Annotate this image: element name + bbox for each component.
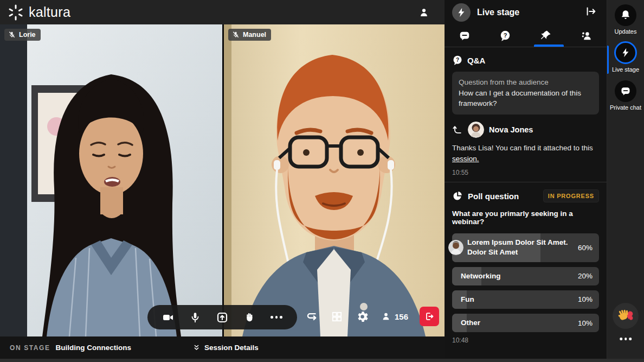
participants-count: 156: [395, 312, 408, 321]
grid-view-button[interactable]: [326, 306, 348, 327]
panel-header: Live stage: [445, 0, 607, 24]
bottom-bar: ON STAGE Building Connections Session De…: [0, 336, 445, 359]
poll-option[interactable]: Fun10%: [452, 290, 599, 309]
video-name-badge-manuel: Manuel: [228, 29, 271, 41]
rail-label: Live stage: [612, 66, 639, 73]
svg-text:?: ?: [504, 32, 507, 39]
microphone-button[interactable]: [184, 307, 206, 328]
poll-options: Lorem Ipsum Dolor Sit Amet. Dolor Sit Am…: [452, 233, 599, 332]
poll-option-label: Networking: [452, 267, 578, 285]
lightning-icon: [614, 41, 637, 64]
settings-gear-icon: [356, 310, 369, 323]
share-screen-icon: [216, 311, 229, 324]
tab-qa[interactable]: ?: [485, 24, 526, 47]
poll-option-label: Other: [452, 314, 578, 332]
leave-icon: [424, 311, 435, 322]
people-icon: [580, 29, 593, 42]
clap-reaction-button[interactable]: [613, 303, 639, 329]
svg-text:?: ?: [456, 57, 459, 63]
rail-item-private-chat[interactable]: Private chat: [607, 80, 644, 111]
reply-text: Thanks Lisa! You can find it attached to…: [452, 144, 593, 152]
pin-icon: [539, 29, 552, 42]
double-chevron-down-icon: [192, 344, 201, 352]
active-tab-indicator: [534, 45, 564, 47]
mic-muted-icon: [232, 31, 240, 39]
question-bubble-icon: ?: [452, 55, 463, 66]
avatar: [468, 122, 484, 138]
poll-status-badge: IN PROGRESS: [543, 189, 599, 202]
rail-item-live-stage[interactable]: Live stage: [607, 41, 644, 73]
settings-button[interactable]: [352, 306, 373, 327]
qa-timestamp: 10:55: [452, 169, 599, 176]
share-screen-button[interactable]: [211, 307, 233, 328]
poll-option-label: Fun: [452, 290, 578, 309]
video-tile-manuel: Manuel: [224, 24, 445, 336]
video-tile-lorie: Lorie: [0, 24, 222, 336]
stage-avatar-button[interactable]: [452, 3, 471, 22]
participants-count-button[interactable]: 156: [377, 306, 411, 327]
session-details-button[interactable]: Session Details: [192, 344, 259, 352]
video-name-badge-lorie: Lorie: [4, 29, 41, 41]
more-options-button[interactable]: [266, 307, 287, 328]
grid-view-icon: [331, 310, 343, 323]
raise-hand-icon: [243, 312, 255, 323]
poll-section: Poll question IN PROGRESS What are you p…: [445, 182, 607, 344]
poll-title: Poll question: [468, 192, 519, 201]
kaltura-starburst-icon: [8, 4, 24, 21]
brand-name: kaltura: [29, 4, 70, 20]
raise-hand-button[interactable]: [239, 307, 260, 328]
person-icon: [418, 7, 430, 18]
leave-session-button[interactable]: [420, 307, 439, 326]
quote-source: Question from the audience: [459, 77, 593, 88]
panel-tabs: ?: [445, 24, 607, 47]
manuel-video-frame: [224, 24, 445, 336]
profile-button[interactable]: [415, 4, 433, 21]
video-name-label: Manuel: [243, 31, 266, 39]
session-name: Building Connections: [56, 344, 132, 352]
reply-message: Thanks Lisa! You can find it attached to…: [452, 143, 599, 165]
rail-item-updates[interactable]: Updates: [607, 4, 644, 35]
poll-option-label: Lorem Ipsum Dolor Sit Amet. Dolor Sit Am…: [452, 233, 578, 262]
more-icon: [271, 316, 282, 319]
tab-pinned[interactable]: [526, 24, 566, 47]
brand-logo: kaltura: [8, 4, 70, 21]
bell-icon: [615, 4, 636, 26]
poll-option-percent: 60%: [578, 244, 599, 252]
poll-question: What are you primarly seeking in a webin…: [452, 209, 599, 226]
qa-section: ? Q&A Question from the audience How can…: [445, 47, 607, 182]
poll-option[interactable]: Networking20%: [452, 267, 599, 285]
rail-label: Updates: [615, 28, 637, 35]
collapse-panel-button[interactable]: [583, 3, 599, 21]
tab-chat[interactable]: [445, 24, 485, 47]
session-link[interactable]: session.: [452, 155, 479, 163]
chat-bubble-icon: [459, 30, 471, 42]
poll-option[interactable]: Other10%: [452, 314, 599, 332]
camera-icon: [162, 311, 175, 324]
rail-more-button[interactable]: [620, 338, 632, 340]
more-icon: [620, 338, 632, 340]
qa-title: Q&A: [467, 56, 485, 65]
pie-chart-icon: [452, 190, 463, 201]
poll-option[interactable]: Lorem Ipsum Dolor Sit Amet. Dolor Sit Am…: [452, 233, 599, 262]
tab-participants[interactable]: [566, 24, 607, 47]
main-column: kaltura: [0, 0, 445, 359]
mic-muted-icon: [8, 31, 16, 39]
navigation-rail: Updates Live stage Private chat: [607, 0, 644, 359]
swap-layout-icon: [305, 309, 319, 323]
swap-layout-button[interactable]: [301, 306, 323, 327]
panel-title: Live stage: [477, 8, 519, 17]
poll-option-percent: 10%: [578, 295, 599, 303]
nova-jones-avatar: [468, 122, 484, 138]
session-details-label: Session Details: [204, 344, 259, 352]
rail-label: Private chat: [610, 104, 641, 111]
reply-author-name: Nova Jones: [489, 125, 533, 134]
chat-bubble-icon: [615, 80, 636, 102]
collapse-right-icon: [585, 5, 597, 17]
lightning-icon: [456, 7, 467, 18]
quoted-question: Question from the audience How can I get…: [452, 72, 599, 115]
quote-text: How can I get a documentation of this fr…: [459, 88, 593, 109]
microphone-icon: [189, 312, 201, 323]
reply-header: Nova Jones: [452, 122, 599, 138]
camera-button[interactable]: [157, 307, 179, 328]
top-bar: kaltura: [0, 0, 445, 24]
